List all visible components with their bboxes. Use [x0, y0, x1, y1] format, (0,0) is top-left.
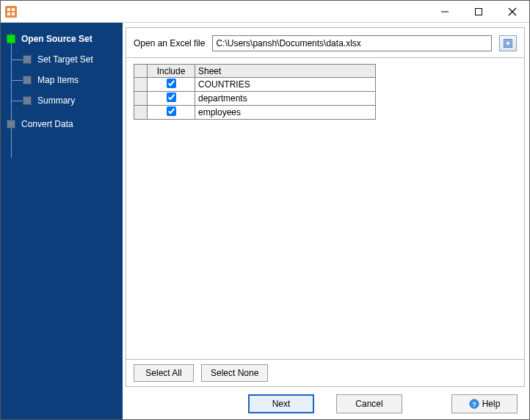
table-row: employees	[134, 106, 376, 120]
browse-button[interactable]	[499, 35, 517, 51]
nav-convert-data[interactable]: Convert Data	[7, 114, 118, 134]
nav-step-icon	[23, 55, 32, 64]
table-row: COUNTRIES	[134, 78, 376, 92]
maximize-button[interactable]	[462, 1, 495, 22]
include-checkbox[interactable]	[167, 106, 176, 116]
cancel-button[interactable]: Cancel	[336, 394, 402, 413]
wizard-footer: Next Cancel ? Help	[126, 387, 525, 413]
nav-label: Set Target Set	[37, 54, 93, 65]
app-window: Open Source Set Set Target Set Map Items…	[0, 0, 530, 420]
sheet-name[interactable]: employees	[195, 106, 376, 120]
nav-step-icon	[23, 76, 32, 84]
sheet-name[interactable]: COUNTRIES	[195, 78, 376, 92]
nav-step-icon	[7, 120, 15, 128]
include-checkbox[interactable]	[167, 79, 176, 88]
svg-rect-1	[476, 8, 482, 15]
main-panel: Open an Excel file Include Sheet	[123, 23, 529, 419]
row-header[interactable]	[134, 92, 148, 106]
nav-label: Convert Data	[21, 119, 73, 129]
select-all-button[interactable]: Select All	[134, 364, 194, 382]
corner-cell	[134, 65, 148, 78]
wizard-sidebar: Open Source Set Set Target Set Map Items…	[1, 23, 123, 419]
nav-set-target-set[interactable]: Set Target Set	[7, 49, 118, 70]
nav-label: Map Items	[37, 75, 79, 85]
nav-map-items[interactable]: Map Items	[7, 70, 118, 90]
file-open-row: Open an Excel file	[126, 27, 525, 57]
window-controls	[428, 1, 529, 22]
select-none-button[interactable]: Select None	[201, 364, 268, 382]
help-label: Help	[482, 399, 501, 409]
close-button[interactable]	[495, 1, 529, 22]
row-header[interactable]	[134, 106, 148, 120]
nav-step-icon	[23, 96, 32, 105]
table-row: departments	[134, 92, 376, 106]
col-sheet: Sheet	[195, 65, 376, 78]
sheet-table: Include Sheet COUNTRIES	[134, 64, 376, 120]
help-icon: ?	[469, 399, 479, 409]
minimize-icon	[441, 8, 449, 15]
titlebar	[1, 1, 529, 23]
row-header[interactable]	[134, 78, 148, 92]
nav-step-icon	[7, 35, 15, 43]
svg-rect-4	[504, 40, 512, 48]
svg-rect-5	[506, 41, 510, 46]
file-path-input[interactable]	[212, 35, 492, 51]
browse-icon	[503, 38, 513, 48]
nav-open-source-set[interactable]: Open Source Set	[7, 29, 118, 49]
sheet-list-panel: Include Sheet COUNTRIES	[126, 57, 525, 360]
select-buttons-row: Select All Select None	[126, 360, 525, 387]
nav-label: Summary	[37, 95, 75, 106]
svg-text:?: ?	[472, 400, 476, 408]
next-button[interactable]: Next	[248, 394, 314, 413]
sheet-name[interactable]: departments	[195, 92, 376, 106]
nav-label: Open Source Set	[21, 34, 92, 44]
app-icon	[5, 6, 17, 18]
help-button[interactable]: ? Help	[451, 394, 518, 413]
open-file-label: Open an Excel file	[134, 38, 205, 48]
include-checkbox[interactable]	[167, 93, 176, 102]
minimize-button[interactable]	[428, 1, 462, 22]
col-include: Include	[148, 65, 195, 78]
nav-summary[interactable]: Summary	[7, 90, 118, 111]
close-icon	[508, 7, 517, 16]
maximize-icon	[475, 8, 482, 15]
